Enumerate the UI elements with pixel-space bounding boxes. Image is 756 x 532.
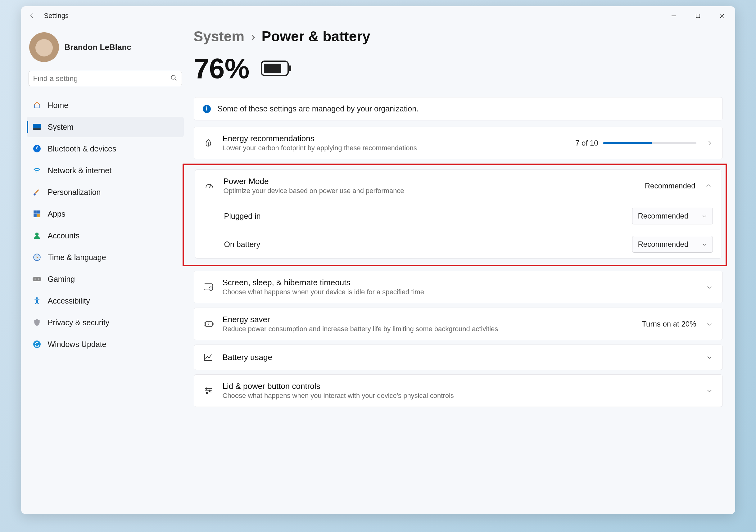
on-battery-row: On battery Recommended [195, 230, 721, 258]
sidebar-item-label: Time & language [48, 253, 106, 262]
card-title: Power Mode [224, 176, 636, 186]
svg-line-25 [209, 185, 211, 187]
chevron-down-icon [705, 353, 714, 361]
power-mode-value: Recommended [645, 182, 695, 190]
sidebar-item-label: Windows Update [48, 340, 106, 349]
card-subtitle: Choose what happens when you interact wi… [223, 392, 696, 400]
card-title: Energy saver [223, 315, 634, 324]
main-area: Brandon LeBlanc Home System [21, 24, 735, 514]
sidebar-item-update[interactable]: Windows Update [27, 334, 184, 355]
minimize-button[interactable] [666, 10, 681, 22]
svg-rect-22 [289, 66, 291, 71]
on-battery-select[interactable]: Recommended [632, 236, 713, 253]
sidebar-item-label: System [48, 122, 73, 132]
sidebar-item-apps[interactable]: Apps [27, 203, 184, 224]
battery-usage-card[interactable]: Battery usage [194, 345, 723, 370]
sidebar-item-label: Personalization [48, 188, 101, 197]
search-box[interactable] [29, 71, 182, 86]
svg-rect-7 [33, 128, 41, 130]
brush-icon [32, 187, 41, 197]
svg-point-14 [35, 232, 39, 236]
svg-point-17 [35, 279, 36, 279]
search-input[interactable] [33, 74, 171, 83]
settings-window: Settings Brandon LeBlanc [21, 6, 735, 514]
user-row[interactable]: Brandon LeBlanc [27, 30, 184, 68]
power-mode-card: Power Mode Optimize your device based on… [195, 170, 722, 258]
clock-icon [32, 253, 41, 262]
sidebar-item-network[interactable]: Network & internet [27, 160, 184, 181]
progress-label: 7 of 10 [575, 139, 598, 147]
svg-rect-11 [37, 210, 40, 214]
sidebar-item-bluetooth[interactable]: Bluetooth & devices [27, 138, 184, 159]
svg-rect-13 [37, 214, 40, 217]
battery-icon [261, 59, 292, 79]
chevron-up-icon [704, 182, 713, 190]
window-controls [666, 10, 730, 22]
sidebar-item-home[interactable]: Home [27, 95, 184, 116]
leaf-icon [203, 138, 214, 149]
svg-point-35 [206, 392, 208, 394]
close-button[interactable] [715, 10, 730, 22]
accessibility-icon [32, 296, 41, 306]
energy-recommendations-card[interactable]: Energy recommendations Lower your carbon… [194, 127, 723, 159]
chevron-down-icon [702, 240, 707, 249]
svg-point-33 [205, 388, 207, 389]
svg-point-27 [209, 287, 213, 290]
system-icon [32, 122, 41, 132]
screen-icon [203, 281, 214, 293]
svg-rect-1 [696, 14, 700, 18]
sidebar-item-label: Bluetooth & devices [48, 144, 117, 153]
sidebar-item-system[interactable]: System [27, 117, 184, 137]
sidebar: Brandon LeBlanc Home System [21, 24, 189, 514]
select-value: Recommended [638, 240, 688, 249]
maximize-button[interactable] [690, 10, 705, 22]
plugged-in-select[interactable]: Recommended [632, 208, 713, 225]
chevron-down-icon [705, 320, 714, 329]
titlebar: Settings [21, 6, 735, 24]
battery-percent: 76% [194, 53, 250, 85]
sidebar-item-privacy[interactable]: Privacy & security [27, 312, 184, 333]
progress-info: 7 of 10 [575, 139, 696, 147]
bluetooth-icon [32, 144, 41, 153]
energy-saver-card[interactable]: Energy saver Reduce power consumption an… [194, 307, 723, 340]
card-title: Lid & power button controls [223, 382, 696, 391]
user-name: Brandon LeBlanc [65, 42, 131, 52]
wifi-icon [32, 166, 41, 175]
back-button[interactable] [27, 11, 37, 21]
sidebar-item-accounts[interactable]: Accounts [27, 225, 184, 246]
lid-power-card[interactable]: Lid & power button controls Choose what … [194, 374, 723, 407]
svg-point-4 [171, 75, 175, 79]
sidebar-item-label: Network & internet [48, 166, 112, 175]
screen-sleep-card[interactable]: Screen, sleep, & hibernate timeouts Choo… [194, 271, 723, 303]
sidebar-item-time[interactable]: Time & language [27, 247, 184, 268]
gamepad-icon [32, 274, 41, 284]
svg-point-18 [38, 279, 40, 279]
info-icon: i [203, 105, 211, 113]
sidebar-item-gaming[interactable]: Gaming [27, 269, 184, 289]
gauge-icon [204, 180, 215, 192]
chevron-down-icon [705, 283, 714, 291]
card-subtitle: Lower your carbon footprint by applying … [223, 144, 567, 152]
sidebar-item-label: Accessibility [48, 296, 90, 306]
org-managed-banner: i Some of these settings are managed by … [194, 97, 723, 120]
sidebar-item-label: Home [48, 101, 68, 110]
battery-hero: 76% [194, 53, 723, 85]
breadcrumb-root[interactable]: System [194, 28, 245, 45]
select-value: Recommended [638, 212, 688, 220]
sidebar-item-accessibility[interactable]: Accessibility [27, 290, 184, 311]
power-mode-header[interactable]: Power Mode Optimize your device based on… [195, 170, 721, 202]
avatar [29, 32, 59, 62]
content: System › Power & battery 76% i Some of t… [189, 24, 735, 514]
energy-saver-value: Turns on at 20% [642, 320, 696, 329]
breadcrumb: System › Power & battery [194, 28, 723, 45]
svg-rect-28 [205, 322, 212, 327]
svg-rect-10 [34, 210, 37, 214]
plugged-in-row: Plugged in Recommended [195, 202, 721, 230]
svg-rect-12 [34, 214, 37, 217]
card-title: Energy recommendations [223, 134, 567, 144]
sidebar-item-personalization[interactable]: Personalization [27, 182, 184, 202]
chevron-down-icon [702, 212, 707, 220]
sidebar-item-label: Privacy & security [48, 318, 110, 327]
banner-text: Some of these settings are managed by yo… [218, 104, 419, 113]
nav: Home System Bluetooth & devices Network … [27, 95, 184, 355]
